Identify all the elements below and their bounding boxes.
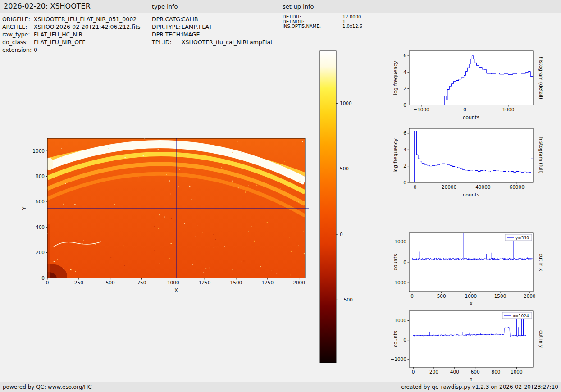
svg-text:0: 0 <box>403 180 406 185</box>
svg-text:0: 0 <box>340 232 343 237</box>
info-label: extension: <box>2 46 34 54</box>
svg-text:1000: 1000 <box>340 100 352 106</box>
svg-text:250: 250 <box>74 280 83 285</box>
info-value: 1.0x12.6 <box>342 24 362 29</box>
svg-text:0: 0 <box>463 107 466 112</box>
svg-text:2: 2 <box>403 163 406 169</box>
file-info-list: ORIGFILE: XSHOOTER_IFU_FLAT_NIR_051_0002… <box>2 15 141 54</box>
svg-text:2000: 2000 <box>293 280 305 285</box>
svg-text:0: 0 <box>410 293 414 299</box>
info-row: DET.DIT: 12.0000 <box>283 15 362 20</box>
info-label: DET.DIT: <box>283 15 342 20</box>
svg-text:counts: counts <box>392 331 398 347</box>
info-label: INS.OPTI5.NAME: <box>283 24 342 29</box>
svg-text:log frequency: log frequency <box>392 61 398 95</box>
cut-in-y-plot: 02004006008001000−100001000Ycountscut in… <box>388 305 559 386</box>
info-row: DPR.TECH: IMAGE <box>152 31 273 38</box>
svg-text:1250: 1250 <box>199 280 211 285</box>
detector-image-plot: 0250500750100012501500175020000200400600… <box>20 133 312 297</box>
svg-text:400: 400 <box>36 224 45 230</box>
svg-text:X: X <box>174 287 178 293</box>
info-label: raw_type: <box>2 31 34 38</box>
histogram-full-plot: 02000040000600000246countslog frequencyh… <box>388 123 559 204</box>
info-row: DPR.CATG: CALIB <box>152 15 273 23</box>
svg-text:500: 500 <box>437 293 446 299</box>
svg-text:500: 500 <box>340 166 349 171</box>
header-bar: 2026-02-20: XSHOOTER type info set-up in… <box>0 0 561 13</box>
cut-in-x-plot: 0500100015002000−100001000Xcountscut in … <box>388 227 559 310</box>
footer-credit-right: created by qc_rawdisp.py v1.2.3 on 2026-… <box>401 382 558 392</box>
footer-credit-left: powered by QC: www.eso.org/HC <box>3 382 92 392</box>
svg-text:200: 200 <box>429 369 438 374</box>
info-label: DPR.TYPE: <box>152 23 182 31</box>
svg-text:histogram (full): histogram (full) <box>538 137 544 174</box>
svg-text:counts: counts <box>392 254 398 270</box>
info-label: ORIGFILE: <box>2 15 34 23</box>
info-value: 0 <box>34 46 37 54</box>
svg-text:4: 4 <box>403 147 406 152</box>
page-title: 2026-02-20: XSHOOTER <box>4 2 91 10</box>
info-row: do_class: FLAT_IFU_NIR_OFF <box>2 38 141 46</box>
svg-text:cut in y: cut in y <box>538 330 544 348</box>
footer-bar: powered by QC: www.eso.org/HC created by… <box>0 382 561 392</box>
svg-text:0: 0 <box>403 102 406 108</box>
svg-text:log frequency: log frequency <box>392 138 398 173</box>
svg-text:1500: 1500 <box>230 280 242 285</box>
svg-text:800: 800 <box>36 173 45 179</box>
svg-text:x=1024: x=1024 <box>513 314 529 318</box>
colorbar: 10005000−500 <box>315 47 358 369</box>
info-value: CALIB <box>182 15 198 23</box>
info-value: 12.0000 <box>342 15 361 20</box>
svg-text:−1000: −1000 <box>413 107 429 112</box>
info-row: TPL.ID: XSHOOTER_ifu_cal_NIRLampFlat <box>152 38 273 46</box>
type-info-list: DPR.CATG: CALIB DPR.TYPE: LAMP,FLAT DPR.… <box>152 15 273 46</box>
svg-text:−500: −500 <box>340 297 353 302</box>
svg-text:−1000: −1000 <box>390 280 406 285</box>
svg-text:0: 0 <box>403 337 406 342</box>
svg-text:1750: 1750 <box>261 280 274 285</box>
svg-text:Y: Y <box>21 206 27 210</box>
setup-info-heading: set-up info <box>283 3 314 10</box>
svg-text:20000: 20000 <box>442 184 456 190</box>
svg-text:cut in x: cut in x <box>538 253 544 271</box>
info-value: XSHOOTER_ifu_cal_NIRLampFlat <box>182 38 273 46</box>
info-row: extension: 0 <box>2 46 141 54</box>
svg-text:0: 0 <box>46 280 49 285</box>
info-row: ARCFILE: XSHOO.2026-02-20T21:42:06.212.f… <box>2 23 141 31</box>
svg-text:y=550: y=550 <box>515 236 529 240</box>
info-value: XSHOOTER_IFU_FLAT_NIR_051_0002 <box>34 15 137 23</box>
svg-text:750: 750 <box>137 280 146 285</box>
svg-text:400: 400 <box>450 369 459 374</box>
svg-text:6: 6 <box>403 53 406 58</box>
svg-text:500: 500 <box>106 280 115 285</box>
svg-text:0: 0 <box>403 260 406 265</box>
svg-text:600: 600 <box>471 369 480 374</box>
svg-text:1500: 1500 <box>494 293 506 299</box>
info-row: DPR.TYPE: LAMP,FLAT <box>152 23 273 31</box>
info-label: DPR.TECH: <box>152 31 182 38</box>
info-label: TPL.ID: <box>152 38 182 46</box>
svg-text:1000: 1000 <box>511 369 523 374</box>
svg-text:0: 0 <box>412 369 415 374</box>
svg-text:60000: 60000 <box>510 184 525 190</box>
svg-text:800: 800 <box>491 369 500 374</box>
svg-text:40000: 40000 <box>475 184 490 190</box>
svg-text:1000: 1000 <box>465 293 477 299</box>
info-label: ARCFILE: <box>2 23 34 31</box>
svg-text:4: 4 <box>403 69 406 75</box>
info-value: FLAT_IFU_NIR_OFF <box>34 38 85 46</box>
info-row: raw_type: FLAT_IFU_HC_NIR <box>2 31 141 38</box>
info-label: do_class: <box>2 38 34 46</box>
svg-text:1000: 1000 <box>167 280 179 285</box>
svg-text:0: 0 <box>414 184 417 190</box>
info-row: INS.OPTI5.NAME: 1.0x12.6 <box>283 24 362 29</box>
svg-text:6: 6 <box>403 130 406 136</box>
setup-info-list: DET.DIT: 12.0000 DET.NDIT: 1 INS.OPTI5.N… <box>283 15 362 29</box>
svg-text:counts: counts <box>463 114 479 120</box>
info-value: LAMP,FLAT <box>182 23 212 31</box>
svg-text:histogram (detail): histogram (detail) <box>538 57 544 99</box>
svg-text:200: 200 <box>36 250 45 255</box>
info-row: ORIGFILE: XSHOOTER_IFU_FLAT_NIR_051_0002 <box>2 15 141 23</box>
info-value: FLAT_IFU_HC_NIR <box>34 31 82 38</box>
svg-text:2: 2 <box>403 86 406 91</box>
